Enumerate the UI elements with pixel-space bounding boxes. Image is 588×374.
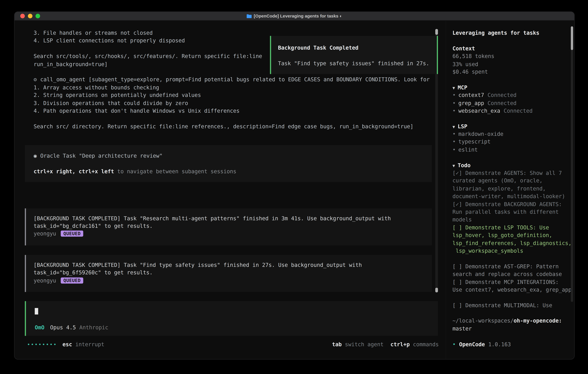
- content: Background Task Completed Task "Find typ…: [14, 20, 574, 359]
- transcript-line: 4. Path operations that don't handle Win…: [14, 107, 445, 115]
- main-scrollbar-thumb-bottom[interactable]: [435, 288, 438, 292]
- todo-line-active: [ ] Demonstrate LSP TOOLS: Use: [452, 224, 574, 231]
- lsp-name: typescript: [458, 139, 491, 145]
- app-version-row: •OpenCode1.0.163: [452, 340, 574, 348]
- esc-key-label: interrupt: [72, 341, 104, 347]
- lsp-item: •markdown-oxide: [452, 130, 574, 138]
- spinner-dots-icon: ••••••••: [27, 342, 57, 348]
- input-model-name: Opus 4.5: [50, 324, 76, 331]
- main-scrollbar-thumb-top[interactable]: [435, 29, 438, 35]
- mcp-heading: MCP: [458, 84, 467, 90]
- screen: [OpenCode] Leveraging agents for tasks ◐…: [0, 0, 588, 374]
- message-line: task_id="bg_dcfac161" to get results.: [33, 222, 432, 230]
- mcp-name: context7: [458, 92, 484, 98]
- queued-badge: QUEUED: [61, 231, 83, 237]
- bullet-icon: •: [452, 139, 456, 145]
- mcp-name: websearch_exa: [458, 108, 500, 114]
- message-author: yeongyu: [33, 231, 56, 237]
- message-meta: yeongyuQUEUED: [33, 230, 432, 238]
- oracle-task-title: Oracle Task "Deep architecture review": [40, 153, 162, 159]
- todo-line: [ ] Demonstrate MCP INTEGRATIONS:: [452, 278, 574, 286]
- oracle-hint-keys: ctrl+x right, ctrl+x left: [33, 168, 114, 174]
- tab-key-hint: tab: [332, 341, 342, 347]
- bullet-icon: •: [452, 100, 456, 106]
- todo-line-active: lsp_hover, lsp_goto_definition,: [452, 231, 574, 239]
- mcp-status: Connected: [488, 92, 516, 98]
- oracle-blank-row: [33, 160, 432, 167]
- context-used: 33% used: [452, 60, 574, 68]
- lsp-name: markdown-oxide: [458, 131, 503, 137]
- blank-row: [452, 114, 574, 122]
- agent-header: ▣OmO·claude-opus-4-5: [14, 192, 445, 199]
- lsp-item: •eslint: [452, 146, 574, 154]
- folder-icon: [247, 13, 252, 21]
- todo-line: librarian, explore, frontend,: [452, 185, 574, 193]
- blank-row: [452, 332, 574, 340]
- input-model-provider: Anthropic: [79, 324, 108, 331]
- message-author: yeongyu: [33, 277, 56, 283]
- sidebar-scrollbar-track[interactable]: [571, 26, 573, 302]
- todo-line: Use context7, websearch_exa, grep_app: [452, 286, 574, 294]
- message-line: task_id="bg_6f59260c" to get results.: [33, 269, 432, 277]
- bullet-icon: •: [452, 131, 456, 137]
- todo-section-header[interactable]: ▼Todo: [452, 161, 574, 169]
- chevron-down-icon: ▼: [452, 85, 455, 90]
- mcp-section-header[interactable]: ▼MCP: [452, 83, 574, 91]
- todo-line: [✓] Demonstrate BACKGROUND AGENTS:: [452, 200, 574, 208]
- todo-line: search and replace across codebase: [452, 270, 574, 278]
- bullet-icon: •: [452, 108, 456, 114]
- model-indicator-row: OmOOpus 4.5Anthropic: [35, 324, 438, 332]
- workspace-branch: master: [452, 325, 574, 332]
- status-right: tab switch agentctrl+p commands: [332, 341, 439, 348]
- prompt-input[interactable]: OmOOpus 4.5Anthropic: [25, 301, 438, 336]
- lsp-name: eslint: [458, 146, 478, 153]
- main-pane: Background Task Completed Task "Find typ…: [14, 20, 445, 359]
- lsp-section-header[interactable]: ▼LSP: [452, 122, 574, 130]
- mcp-name: grep_app: [458, 100, 484, 106]
- oracle-task-title-row: ◉Oracle Task "Deep architecture review": [33, 152, 432, 160]
- chevron-down-icon: ▼: [452, 163, 455, 168]
- background-task-toast[interactable]: Background Task Completed Task "Find typ…: [270, 36, 438, 74]
- message-meta: yeongyuQUEUED: [33, 277, 432, 284]
- todo-line: [ ] Demonstrate MULTIMODAL: Use: [452, 301, 574, 309]
- window-title-text: [OpenCode] Leveraging agents for tasks ◐: [254, 14, 342, 18]
- transcript-line: Search src/ directory. Return specific f…: [14, 122, 445, 130]
- blank-row: [452, 37, 574, 44]
- message-line: [BACKGROUND TASK COMPLETED] Task "Find t…: [33, 261, 432, 269]
- bullet-icon: •: [452, 146, 456, 153]
- input-agent-name: OmO: [35, 324, 44, 331]
- sidebar-scrollbar-thumb[interactable]: [571, 26, 573, 50]
- tab-key-label: switch agent: [342, 341, 384, 347]
- context-heading: Context: [452, 44, 574, 52]
- todo-heading: Todo: [458, 162, 471, 168]
- queued-message: [BACKGROUND TASK COMPLETED] Task "Resear…: [25, 208, 432, 245]
- todo-line: [ ] Demonstrate AST-GREP: Pattern: [452, 262, 574, 270]
- context-tokens: 66,518 tokens: [452, 52, 574, 60]
- todo-line-active: lsp_find_references, lsp_diagnostics,: [452, 239, 574, 247]
- todo-line-active: lsp_workspace_symbols: [452, 247, 574, 255]
- queued-badge: QUEUED: [61, 277, 83, 283]
- oracle-icon: ◉: [33, 153, 37, 159]
- oracle-task-panel: ◉Oracle Task "Deep architecture review" …: [25, 145, 432, 182]
- transcript-line: 3. Division operations that could divide…: [14, 99, 445, 107]
- oracle-hint-row: ctrl+x right, ctrl+x left to navigate be…: [33, 167, 432, 175]
- todo-line: models: [452, 216, 574, 224]
- toast-body: Task "Find type safety issues" finished …: [278, 59, 437, 67]
- input-spacer: [35, 314, 438, 323]
- chevron-down-icon: ▼: [452, 124, 455, 129]
- tool-call-text: call_omo_agent [subagent_type=explore, p…: [40, 76, 430, 83]
- mcp-status: Connected: [504, 108, 533, 114]
- toast-blank-row: [278, 52, 437, 59]
- toast-title: Background Task Completed: [278, 44, 437, 52]
- esc-key-hint: esc: [63, 341, 72, 347]
- message-line: [BACKGROUND TASK COMPLETED] Task "Resear…: [33, 214, 432, 222]
- text-cursor: [35, 308, 38, 315]
- blank-row: [452, 255, 574, 262]
- context-spent: $0.46 spent: [452, 68, 574, 76]
- ctrlp-key-hint: ctrl+p: [390, 341, 410, 347]
- mcp-item: •grep_appConnected: [452, 99, 574, 107]
- session-sidebar: Leveraging agents for tasks Context 66,5…: [446, 20, 574, 359]
- workspace-path: ~/local-workspaces/oh-my-opencode:: [452, 317, 574, 325]
- mcp-item: •context7Connected: [452, 91, 574, 99]
- window-title: [OpenCode] Leveraging agents for tasks ◐: [14, 12, 574, 20]
